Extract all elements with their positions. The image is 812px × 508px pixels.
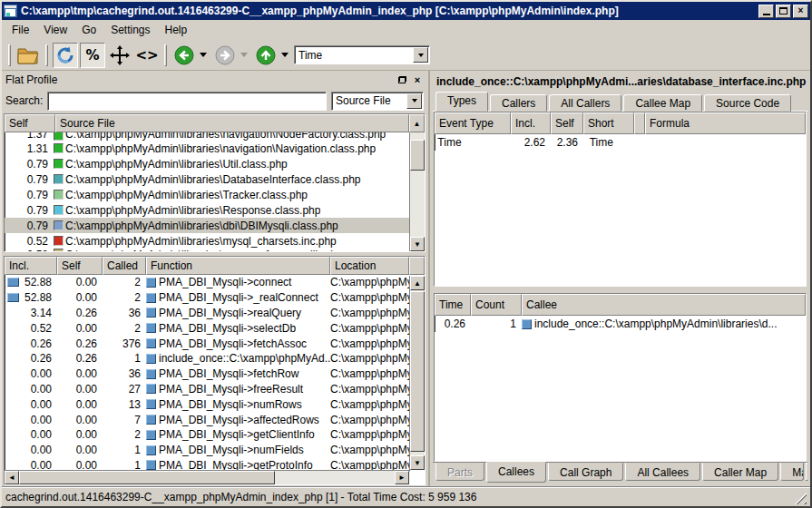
menu-settings[interactable]: Settings (104, 22, 156, 38)
function-row[interactable]: 0.000.007PMA_DBI_Mysqli->affectedRowsC:\… (5, 412, 425, 427)
column-header-self[interactable]: Self (5, 114, 55, 132)
column-header-callee[interactable]: Callee (522, 294, 806, 316)
scroll-down-button[interactable]: ▼ (410, 455, 425, 470)
toolbar-handle[interactable] (164, 44, 167, 66)
scroll-down-button[interactable]: ▼ (410, 237, 425, 251)
file-row[interactable]: 0.79C:\xampp\phpMyAdmin\libraries\Util.c… (5, 156, 425, 171)
column-header-source-file[interactable]: Source File (55, 114, 409, 132)
function-table-hscrollbar[interactable]: ◄ ► (5, 470, 409, 484)
scrollbar-thumb[interactable] (410, 291, 425, 452)
grouping-select-button[interactable] (406, 93, 422, 109)
tab-callees[interactable]: Callees (486, 462, 546, 483)
function-row[interactable]: 0.000.001PMA_DBI_Mysqli->numFieldsC:\xam… (5, 443, 425, 458)
column-header-self[interactable]: Self (57, 257, 103, 275)
shorten-templates-button[interactable]: <> (134, 43, 160, 68)
scrollbar-track[interactable] (410, 132, 425, 237)
menu-file[interactable]: File (5, 22, 35, 38)
file-row[interactable]: 1.37C:\xampp\phpMyAdmin\libraries\naviga… (5, 132, 425, 141)
toolbar-handle[interactable] (8, 44, 11, 66)
menu-view[interactable]: View (37, 22, 73, 38)
function-table-body: 52.880.002PMA_DBI_Mysqli->connectC:\xamp… (5, 275, 425, 484)
tab-scroll-left-button[interactable]: ◄ (806, 463, 807, 481)
maximize-button[interactable] (776, 5, 791, 18)
function-row[interactable]: 0.000.0027PMA_DBI_Mysqli->freeResultC:\x… (5, 382, 425, 397)
scroll-left-button[interactable]: ◄ (5, 471, 19, 484)
up-button[interactable] (253, 43, 279, 68)
function-row[interactable]: 0.260.26376PMA_DBI_Mysqli->fetchAssocC:\… (5, 336, 425, 351)
forward-dropdown-icon[interactable] (240, 53, 248, 57)
column-header-called[interactable]: Called (103, 257, 146, 275)
column-header-location[interactable]: Location (330, 257, 409, 275)
tab-machine[interactable]: Machine (780, 463, 804, 481)
toolbar-handle[interactable] (45, 44, 48, 66)
menu-help[interactable]: Help (159, 22, 194, 38)
function-row[interactable]: 0.000.002PMA_DBI_Mysqli->getClientInfoC:… (5, 427, 425, 443)
event-type-select-value: Time (295, 49, 412, 62)
tab-source-code[interactable]: Source Code (704, 94, 791, 112)
file-row[interactable]: 0.52C:\xampp\phpMyAdmin\libraries\mysql_… (5, 233, 425, 249)
percent-toggle-button[interactable]: % (80, 43, 105, 68)
dock-close-button[interactable]: × (411, 74, 424, 86)
cycle-detection-button[interactable] (107, 43, 132, 68)
open-file-button[interactable] (15, 43, 41, 68)
close-button[interactable]: × (793, 5, 808, 18)
resize-grip[interactable] (795, 493, 807, 504)
column-header-function[interactable]: Function (146, 257, 330, 275)
function-row[interactable]: 0.520.002PMA_DBI_Mysqli->selectDbC:\xamp… (5, 320, 425, 336)
dock-float-button[interactable] (396, 74, 408, 86)
event-type-row[interactable]: Time2.622.36 Time (435, 134, 806, 151)
column-header-incl[interactable]: Incl. (511, 112, 551, 134)
up-dropdown-icon[interactable] (281, 53, 289, 57)
back-button[interactable] (171, 43, 197, 68)
reload-button[interactable] (53, 43, 78, 68)
scrollbar-thumb[interactable] (19, 471, 275, 484)
column-header-blank[interactable] (634, 112, 645, 134)
tab-caller-map[interactable]: Caller Map (702, 463, 778, 481)
callee-row[interactable]: 0.261include_once::C:\xampp\phpMyAdmin\l… (435, 316, 806, 332)
minimize-button[interactable] (758, 5, 774, 18)
scroll-right-button[interactable]: ► (395, 471, 409, 484)
tab-all-callees[interactable]: All Callees (625, 463, 700, 481)
function-row[interactable]: 52.880.002PMA_DBI_Mysqli->_realConnectC:… (5, 290, 425, 306)
tab-callers[interactable]: Callers (490, 94, 547, 112)
search-input[interactable] (47, 92, 327, 111)
file-row[interactable]: 0.79C:\xampp\phpMyAdmin\libraries\Databa… (5, 171, 425, 187)
scrollbar-track[interactable] (19, 471, 395, 484)
function-table-vscrollbar[interactable]: ▲ ▼ (409, 276, 425, 470)
tab-call-graph[interactable]: Call Graph (548, 463, 623, 481)
function-row[interactable]: 0.000.0036PMA_DBI_Mysqli->fetchRowC:\xam… (5, 366, 425, 382)
column-header-self[interactable]: Self (551, 112, 583, 134)
function-row[interactable]: 52.880.002PMA_DBI_Mysqli->connectC:\xamp… (5, 275, 425, 290)
back-dropdown-icon[interactable] (200, 53, 207, 57)
tab-types[interactable]: Types (435, 92, 488, 112)
function-row[interactable]: 0.000.0013PMA_DBI_Mysqli->numRowsC:\xamp… (5, 396, 425, 412)
column-header-short[interactable]: Short (583, 112, 634, 134)
column-header-count[interactable]: Count (471, 294, 522, 316)
function-row[interactable]: 3.140.2636PMA_DBI_Mysqli->realQueryC:\xa… (5, 306, 425, 321)
scroll-up-button[interactable]: ▲ (409, 114, 425, 132)
tab-parts[interactable]: Parts (435, 463, 484, 481)
tab-all-callers[interactable]: All Callers (549, 94, 621, 112)
column-header-eventtype[interactable]: Event Type (435, 112, 511, 134)
column-header-time[interactable]: Time (435, 294, 471, 316)
function-row[interactable]: 0.260.261include_once::C:\xampp\phpMyAd.… (5, 351, 425, 366)
column-header-incl[interactable]: Incl. (5, 257, 57, 275)
file-row[interactable]: 1.31C:\xampp\phpMyAdmin\libraries\naviga… (5, 141, 425, 156)
event-type-select[interactable]: Time (294, 45, 430, 64)
incl-cost-value: 0.00 (5, 367, 57, 380)
tab-callee-map[interactable]: Callee Map (623, 94, 702, 112)
column-header-formula[interactable]: Formula (645, 112, 806, 134)
scroll-up-button[interactable]: ▲ (410, 276, 425, 290)
scrollbar-thumb[interactable] (410, 140, 425, 171)
event-type-select-button[interactable] (413, 47, 428, 63)
function-name-cell: PMA_DBI_Mysqli->fetchAssoc (146, 337, 330, 350)
file-row[interactable]: 0.79C:\xampp\phpMyAdmin\libraries\dbi\DB… (5, 218, 425, 233)
scrollbar-track[interactable] (410, 290, 425, 455)
forward-button[interactable] (212, 43, 238, 68)
grouping-select[interactable]: Source File (331, 92, 424, 111)
file-list-vscrollbar[interactable]: ▼ (409, 132, 425, 251)
file-row[interactable]: 0.79C:\xampp\phpMyAdmin\libraries\Tracke… (5, 187, 425, 202)
menu-go[interactable]: Go (75, 22, 103, 38)
file-row[interactable]: 0.52C:\xampp\phpMyAdmin\libraries\user_p… (5, 249, 425, 251)
file-row[interactable]: 0.79C:\xampp\phpMyAdmin\libraries\Respon… (5, 202, 425, 218)
